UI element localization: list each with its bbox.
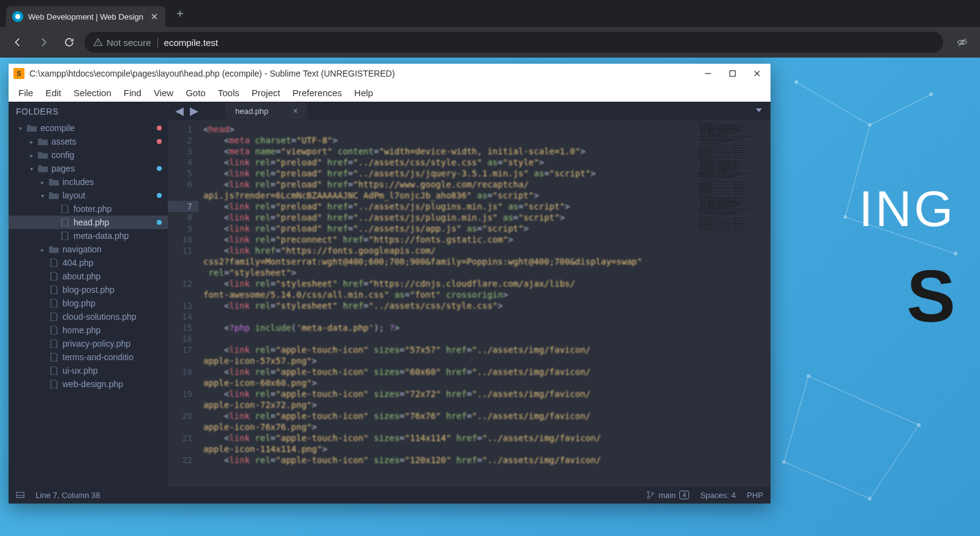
line-number[interactable]: 2	[170, 135, 192, 146]
menu-preferences[interactable]: Preferences	[287, 85, 347, 100]
status-language[interactable]: PHP	[747, 491, 763, 500]
menu-view[interactable]: View	[149, 85, 178, 100]
file-tab-head-php[interactable]: head.php ×	[225, 102, 307, 119]
line-number[interactable]: 5	[170, 168, 192, 179]
menu-tools[interactable]: Tools	[213, 85, 244, 100]
back-button[interactable]	[7, 32, 28, 53]
svg-point-10	[794, 80, 798, 84]
line-gutter[interactable]: 12345678910111213141516171819202122	[168, 120, 198, 486]
tree-item-navigation[interactable]: ▸navigation	[9, 243, 168, 256]
tree-item-assets[interactable]: ▸assets	[9, 135, 168, 148]
tree-item-includes[interactable]: ▸includes	[9, 175, 168, 189]
folder-icon	[49, 245, 59, 254]
sidebar-folders-header: FOLDERS	[9, 102, 168, 121]
folder-icon	[49, 191, 59, 200]
file-icon	[49, 312, 59, 321]
menu-goto[interactable]: Goto	[181, 85, 211, 100]
tab-nav-forward-icon[interactable]: ▶	[187, 104, 201, 118]
tree-item-ui-ux-php[interactable]: ui-ux.php	[9, 364, 168, 377]
tree-item-meta-data-php[interactable]: meta-data.php	[9, 229, 168, 243]
menu-help[interactable]: Help	[349, 85, 378, 100]
reload-button[interactable]	[59, 32, 80, 53]
line-number[interactable]: 14	[170, 311, 192, 322]
tab-close-icon[interactable]	[149, 12, 159, 21]
window-close-button[interactable]	[752, 69, 762, 78]
new-tab-button[interactable]	[172, 5, 189, 22]
code-editor[interactable]: <head> <meta charset="UTF-8"> <meta name…	[198, 120, 697, 486]
menu-project[interactable]: Project	[247, 85, 285, 100]
tree-item-config[interactable]: ▸config	[9, 148, 168, 162]
window-titlebar[interactable]: S C:\xampp\htdocs\ecompile\pages\layout\…	[9, 64, 771, 83]
line-number[interactable]: 8	[170, 212, 192, 223]
status-cursor-position[interactable]: Line 7, Column 38	[36, 491, 100, 500]
menu-file[interactable]: File	[13, 85, 38, 100]
line-number[interactable]: 9	[170, 223, 192, 234]
line-number[interactable]: 17	[170, 344, 192, 366]
editor-area: ◀ ▶ head.php × 1234567891011121314151617…	[168, 102, 771, 486]
tree-item-about-php[interactable]: about.php	[9, 270, 168, 283]
disclosure-arrow-icon: ▸	[39, 246, 45, 253]
line-number[interactable]: 19	[170, 388, 192, 410]
status-dot-icon	[157, 193, 162, 198]
menu-find[interactable]: Find	[119, 85, 146, 100]
window-maximize-button[interactable]	[728, 69, 737, 78]
tree-item-label: 404.php	[62, 258, 94, 268]
security-label: Not secure	[107, 37, 151, 48]
tab-nav-back-icon[interactable]: ◀	[173, 104, 186, 118]
status-indent[interactable]: Spaces: 4	[700, 491, 736, 500]
hero-text-line1: ING	[859, 180, 956, 238]
line-number[interactable]: 15	[170, 322, 192, 333]
line-number[interactable]: 22	[170, 455, 192, 466]
tree-item-label: pages	[51, 164, 75, 173]
line-number[interactable]: 3	[170, 146, 192, 157]
line-number[interactable]: 11	[170, 245, 192, 278]
line-number[interactable]: 16	[170, 333, 192, 344]
menu-edit[interactable]: Edit	[40, 85, 66, 100]
line-number[interactable]: 18	[170, 366, 192, 388]
status-panel-icon[interactable]	[16, 491, 24, 499]
svg-point-17	[868, 497, 872, 500]
address-bar[interactable]: Not secure ecompile.test	[85, 32, 943, 53]
forward-button[interactable]	[33, 32, 54, 53]
incognito-eye-icon[interactable]	[952, 32, 973, 53]
line-number[interactable]: 21	[170, 432, 192, 455]
line-number[interactable]: 4	[170, 157, 192, 168]
tree-item-head-php[interactable]: head.php	[9, 216, 168, 229]
line-number[interactable]: 13	[170, 300, 192, 311]
file-tab-close-icon[interactable]: ×	[293, 106, 298, 116]
line-number[interactable]: 7	[168, 201, 198, 212]
tab-options-icon[interactable]	[755, 106, 763, 116]
folder-icon	[38, 164, 48, 173]
minimap[interactable]: <head> <meta charset="UTF-8"> <meta name…	[697, 120, 771, 486]
tree-item-blog-php[interactable]: blog.php	[9, 296, 168, 310]
tree-item-home-php[interactable]: home.php	[9, 323, 168, 337]
security-indicator[interactable]: Not secure	[93, 37, 158, 48]
tree-item-404-php[interactable]: 404.php	[9, 256, 168, 270]
tree-item-blog-post-php[interactable]: blog-post.php	[9, 283, 168, 296]
status-dot-icon	[157, 220, 162, 225]
window-minimize-button[interactable]	[703, 69, 713, 78]
tree-item-cloud-solutions-php[interactable]: cloud-solutions.php	[9, 310, 168, 323]
line-number[interactable]: 10	[170, 234, 192, 245]
menu-selection[interactable]: Selection	[69, 85, 116, 100]
browser-tab[interactable]: Web Development | Web Design	[6, 6, 165, 27]
tree-item-pages[interactable]: ▾pages	[9, 162, 168, 175]
tree-item-label: web-design.php	[62, 379, 123, 389]
line-number[interactable]: 20	[170, 410, 192, 432]
tree-item-terms-and-conditio[interactable]: terms-and-conditio	[9, 350, 168, 364]
tree-item-layout[interactable]: ▾layout	[9, 189, 168, 202]
svg-line-8	[784, 376, 809, 462]
tree-item-privacy-policy-php[interactable]: privacy-policy.php	[9, 337, 168, 350]
line-number[interactable]: 6	[170, 179, 192, 201]
status-dot-icon	[157, 139, 162, 144]
svg-rect-19	[730, 71, 736, 77]
status-git-branch[interactable]: main 4	[646, 491, 689, 500]
tree-item-ecompile[interactable]: ▾ecompile	[9, 121, 168, 135]
tree-item-footer-php[interactable]: footer.php	[9, 202, 168, 216]
tree-item-web-design-php[interactable]: web-design.php	[9, 377, 168, 391]
disclosure-arrow-icon: ▾	[17, 125, 23, 132]
line-number[interactable]: 12	[170, 278, 192, 300]
line-number[interactable]: 1	[170, 124, 192, 135]
file-icon	[60, 205, 70, 213]
file-icon	[60, 218, 70, 227]
